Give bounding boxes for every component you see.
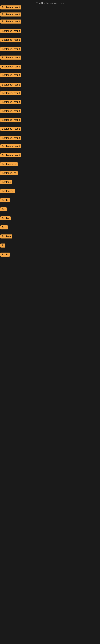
page-wrapper: TheBottlenecker.com Bottleneck resultBot… (0, 0, 100, 644)
bottleneck-badge-row: Bottle (0, 198, 10, 203)
bottleneck-badge[interactable]: Bottleneck result (0, 83, 21, 87)
bottleneck-badge-row: Bottleneck re (0, 171, 18, 176)
bottleneck-badge[interactable]: Bottlene (0, 234, 12, 238)
bottleneck-badge[interactable]: B (0, 244, 5, 248)
bottleneck-badge-row: Bottleneck result (0, 118, 21, 123)
bottleneck-badge-row: Bottlene (0, 234, 12, 239)
bottleneck-badge-row: Bottleneck result (0, 83, 21, 88)
bottleneck-badge-row: Bottler (0, 216, 11, 221)
bottleneck-badge[interactable]: Bottleneck result (0, 12, 21, 16)
bottleneck-badge[interactable]: Bottleneck re (0, 171, 18, 175)
bottleneck-badge-row: Bottleneck result (0, 20, 21, 24)
bottleneck-badge[interactable]: Bottleneck result (0, 127, 21, 131)
bottleneck-badge[interactable]: Bottler (0, 216, 11, 220)
bottleneck-badge[interactable]: Bottleneck result (0, 73, 21, 77)
bottleneck-badge-row: Bottleneck result (0, 12, 21, 17)
bottleneck-badge-row: Bottlene (0, 180, 12, 185)
bottleneck-badge[interactable]: Bottleneck result (0, 29, 21, 33)
bottleneck-badge[interactable]: Bottleneck result (0, 153, 21, 158)
bottleneck-badge-row: Bottleneck result (0, 47, 21, 52)
bottleneck-badge-row: Bottleneck result (0, 136, 21, 141)
bottleneck-badge[interactable]: Bottle (0, 198, 10, 202)
bottleneck-badge-row: Bo (0, 207, 7, 212)
bottleneck-badge-row: Bottleneck result (0, 73, 21, 78)
bottleneck-badge-row: B (0, 244, 5, 248)
bottleneck-badge-row: Bottleneck result (0, 100, 21, 105)
bottleneck-badge-row: Bottleneck result (0, 38, 21, 43)
bottleneck-badge-row: Bottleneck result (0, 127, 21, 132)
bottleneck-badge-row: Bottleneck (0, 189, 15, 194)
bottleneck-badge-row: Bottleneck result (0, 56, 21, 60)
bottleneck-badge[interactable]: Bott (0, 226, 8, 230)
bottleneck-badge[interactable]: Bottlene (0, 180, 12, 184)
bottleneck-badge[interactable]: Bottleneck result (0, 38, 21, 42)
bottleneck-badge[interactable]: Bottleneck (0, 189, 15, 193)
bottleneck-badge[interactable]: Bottleneck result (0, 56, 21, 60)
bottleneck-badge-row: Bottleneck result (0, 6, 21, 10)
bottleneck-badge[interactable]: Bottleneck result (0, 6, 21, 10)
bottleneck-badge[interactable]: Bottleneck result (0, 64, 21, 69)
bottleneck-badge[interactable]: Bottleneck result (0, 118, 21, 122)
bottleneck-badge[interactable]: Bo (0, 207, 7, 211)
bottleneck-badge-row: Bottleneck result (0, 153, 21, 158)
bottleneck-badge[interactable]: Bottleneck result (0, 47, 21, 51)
bottleneck-badge-row: Bottleneck result (0, 144, 21, 149)
bottleneck-badge-row: Bottleneck re (0, 162, 18, 167)
bottleneck-badge[interactable]: Bottleneck result (0, 91, 21, 95)
bottleneck-badge[interactable]: Bottleneck re (0, 162, 18, 166)
bottleneck-badge[interactable]: Bottleneck result (0, 109, 21, 113)
bottleneck-badge-row: Bottleneck result (0, 109, 21, 114)
bottleneck-badge[interactable]: Bottleneck result (0, 20, 21, 24)
bottleneck-badge-row: Bottle (0, 252, 10, 258)
bottleneck-badge-row: Bottleneck result (0, 64, 21, 70)
bottleneck-badge[interactable]: Bottle (0, 252, 10, 256)
bottleneck-badge-row: Bottleneck result (0, 29, 21, 34)
site-title: TheBottlenecker.com (0, 0, 100, 6)
bottleneck-badge[interactable]: Bottleneck result (0, 136, 21, 140)
bottleneck-badge-row: Bott (0, 226, 8, 230)
bottleneck-badge-row: Bottleneck result (0, 91, 21, 96)
bottleneck-badge[interactable]: Bottleneck result (0, 144, 21, 148)
bottleneck-badge[interactable]: Bottleneck result (0, 100, 21, 104)
